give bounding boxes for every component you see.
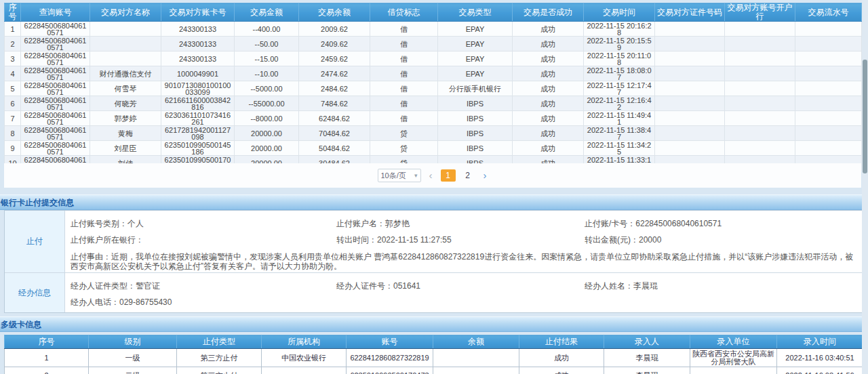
table-cell: 6235010990500145186 [161,141,235,156]
page-button-1[interactable]: 1 [441,169,456,182]
table-cell: 2022-11-15 11:34:25 [584,141,655,156]
column-header: 交易对方账号开户行 [725,3,795,22]
table-cell: 2022-11-15 11:38:47 [584,126,655,141]
field-text: 转出时间：2022-11-15 11:27:55 [336,234,585,246]
table-row: 86228450068040610571黄梅621728194200112709… [5,126,862,141]
table-cell: 20000.00 [235,126,299,141]
table-cell: 6 [5,96,21,111]
section-title-text: 银行卡止付提交信息 [1,198,74,207]
table-cell: 1 [5,349,89,367]
vertical-scrollbar[interactable] [862,0,868,374]
column-header: 交易余额 [299,3,370,22]
table-cell: 2022-11-15 20:16:28 [584,22,655,37]
page-size-value: 10条/页 [381,171,406,181]
field-text [336,297,585,308]
column-header: 级别 [89,335,177,349]
table-cell: 62484.62 [299,111,370,126]
pagination-bar: 10条/页 ▾ ‹ 12 › [4,163,861,188]
table-cell: 何晓芳 [90,96,161,111]
field-text: 止付账户名：郭梦艳 [336,218,585,230]
table-cell: 成功 [513,66,584,81]
table-cell: 借 [370,96,438,111]
table-cell: --50.00 [235,37,299,51]
table-cell: 6228450068040610571 [21,51,90,66]
table-cell: 50484.62 [299,141,370,156]
table-cell: 借 [370,111,438,126]
table-cell: 第三方止付 [177,349,262,367]
table-cell: 2484.62 [299,81,370,96]
table-cell: 9 [5,141,21,156]
table-cell [725,81,795,96]
table-cell: 借 [370,66,438,81]
field-text: 经办人电话：029-86755430 [71,297,336,308]
table-cell: 李晨琨 [604,367,690,374]
table-cell: --5000.00 [235,81,299,96]
stop-payment-section: 止付 止付账号类别：个人止付账户名：郭梦艳止付账/卡号：622845006804… [5,211,862,273]
table-cell: 李晨琨 [604,349,690,367]
table-cell: 借 [370,81,438,96]
stop-payment-label: 止付 [5,211,65,272]
table-cell [90,37,161,51]
table-cell: IBPS [438,111,513,126]
table-cell: 成功 [513,111,584,126]
table-cell: 借 [370,22,438,37]
header-row: 序号级别止付类型所属机构账号余额止付结果录入人录入单位录入时间 [5,335,863,349]
table-cell: 分行版手机银行 [438,81,513,96]
table-row: 16228450068040610571243300133--400.00200… [5,22,862,37]
table-cell: EPAY [438,22,513,37]
table-cell: --8000.00 [235,111,299,126]
table-cell: 2022-11-15 12:17:47 [584,81,655,96]
table-cell [90,51,161,66]
table-cell: 成功 [513,141,584,156]
table-cell: 2022-11-15 20:11:08 [584,51,655,66]
table-cell [725,66,795,81]
table-cell [433,367,519,374]
table-cell [795,141,862,156]
table-cell: 6228450068040610571 [21,81,90,96]
scrollbar-thumb[interactable] [863,60,867,173]
column-header: 录入时间 [777,335,863,349]
table-cell: 2022-11-16 08:41:56 [777,367,863,374]
page-button-2[interactable]: 2 [460,169,475,182]
table-cell: 2022-11-16 03:40:51 [777,349,863,367]
table-row: 46228450068040610571财付通微信支付1000049901--1… [5,66,862,81]
table-cell: IBPS [438,126,513,141]
table-cell: 中国农业银行 [262,349,347,367]
column-header: 交易对方账卡号 [161,3,235,22]
table-cell: 2 [5,37,21,51]
table-cell: --400.00 [235,22,299,37]
table-cell [795,81,862,96]
field-text: 转出金额(元)：20000 [585,234,855,246]
table-cell: 成功 [513,37,584,51]
table-cell: 陕西省西安市公安局高新分局刑警大队 [690,349,777,367]
column-header: 录入人 [604,335,690,349]
multi-card-table: 序号级别止付类型所属机构账号余额止付结果录入人录入单位录入时间1一级第三方止付中… [4,335,863,374]
column-header: 交易类型 [438,3,513,22]
table-cell [90,22,161,37]
column-header: 交易时间 [584,3,655,22]
next-page-icon[interactable]: › [482,169,488,182]
page-size-select[interactable]: 10条/页 ▾ [378,169,421,182]
table-cell [795,22,862,37]
table-cell: 6235010990500170473 [347,367,433,374]
column-header: 所属机构 [262,335,347,349]
field-row: 经办人证件类型：警官证经办人证件号：051641经办人姓名：李晨琨 [71,280,855,292]
table-cell [262,367,347,374]
table-cell: 6228450068040610571 [21,66,90,81]
table-cell: 成功 [513,126,584,141]
column-header: 查询账号 [21,3,90,22]
table-cell: 2022-11-15 18:08:07 [584,66,655,81]
field-text: 止付账号类别：个人 [71,218,336,230]
table-cell: EPAY [438,51,513,66]
table-cell [795,126,862,141]
prev-page-icon[interactable]: ‹ [428,169,434,182]
table-cell [655,66,725,81]
column-header: 止付类型 [177,335,262,349]
table-cell: 6228450068040610571 [21,111,90,126]
table-cell [690,367,777,374]
field-row: 止付账号类别：个人止付账户名：郭梦艳止付账/卡号：622845006804061… [71,218,855,230]
table-cell: 6216611600003842816 [161,96,235,111]
table-cell: --55000.00 [235,96,299,111]
table-cell [655,96,725,111]
table-cell: 2022-11-15 11:49:41 [584,111,655,126]
